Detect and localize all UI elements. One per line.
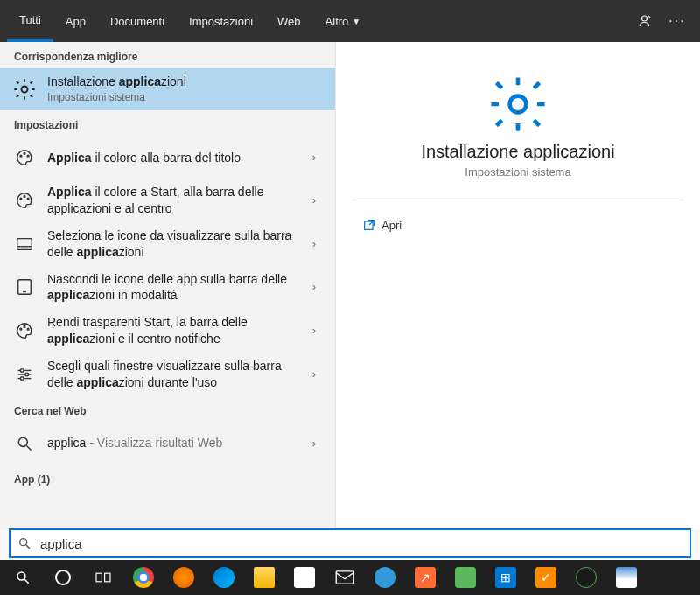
result-setting-windows-taskbar[interactable]: Scegli quali finestre visualizzare sulla…	[0, 353, 335, 396]
result-label: Seleziona le icone da visualizzare sulla…	[47, 228, 304, 261]
svg-point-3	[24, 153, 25, 155]
result-label: Applica il colore alla barra del titolo	[47, 150, 304, 166]
palette-icon	[10, 144, 38, 172]
taskbar-search[interactable]	[4, 560, 42, 595]
tab-apps[interactable]: App	[53, 0, 98, 42]
chevron-right-icon: ›	[304, 281, 325, 293]
svg-point-18	[20, 369, 24, 373]
taskbar-explorer[interactable]	[245, 560, 284, 595]
action-open-label: Apri	[382, 219, 402, 232]
svg-rect-8	[18, 238, 32, 249]
preview-title: Installazione applicazioni	[421, 142, 614, 162]
svg-point-27	[18, 572, 25, 580]
gear-icon-large	[487, 74, 549, 135]
taskbar-mail[interactable]	[326, 560, 364, 595]
search-filter-tabs: Tutti App Documenti Impostazioni Web Alt…	[0, 0, 700, 42]
result-label: Applica il colore a Start, alla barra de…	[47, 184, 304, 217]
result-setting-color-titlebar[interactable]: Applica il colore alla barra del titolo …	[0, 136, 335, 178]
svg-point-21	[18, 438, 27, 446]
svg-rect-31	[336, 571, 354, 584]
taskbar-cortana[interactable]	[44, 560, 82, 595]
svg-rect-30	[105, 573, 110, 582]
svg-rect-29	[96, 573, 102, 582]
chevron-right-icon: ›	[304, 368, 325, 381]
svg-line-22	[27, 445, 32, 450]
taskbar-app-bluesquare[interactable]: ⊞	[486, 560, 525, 595]
section-settings: Impostazioni	[0, 110, 335, 136]
taskbar-app-blue[interactable]	[366, 560, 404, 595]
tab-all[interactable]: Tutti	[7, 0, 53, 42]
svg-point-4	[27, 155, 29, 157]
taskbar-chrome[interactable]	[124, 560, 163, 595]
result-web-search[interactable]: applica - Visualizza risultati Web ›	[0, 423, 335, 465]
tab-documents[interactable]: Documenti	[98, 0, 177, 42]
svg-point-12	[20, 328, 22, 330]
svg-point-20	[20, 377, 24, 381]
search-input-container	[9, 528, 691, 558]
svg-point-7	[27, 198, 29, 200]
section-best-match: Corrispondenza migliore	[0, 42, 335, 68]
settings-sliders-icon	[10, 360, 38, 388]
palette-icon	[10, 186, 38, 214]
result-label: Rendi trasparenti Start, la barra delle …	[47, 314, 304, 347]
section-web: Cerca nel Web	[0, 396, 335, 423]
svg-point-2	[20, 155, 22, 157]
taskbar-store[interactable]	[285, 560, 324, 595]
search-icon	[18, 536, 35, 550]
feedback-icon[interactable]	[630, 0, 662, 42]
section-apps: App (1)	[0, 465, 335, 491]
chevron-right-icon: ›	[304, 325, 325, 337]
svg-line-26	[26, 545, 30, 549]
taskbar-icon	[10, 230, 38, 258]
svg-point-19	[25, 373, 29, 376]
preview-subtitle: Impostazioni sistema	[465, 165, 570, 178]
taskbar-taskview[interactable]	[84, 560, 122, 595]
tab-web[interactable]: Web	[265, 0, 313, 42]
search-icon	[10, 430, 38, 458]
tab-more-label: Altro	[326, 15, 349, 28]
taskbar-app-globe[interactable]	[567, 560, 606, 595]
chevron-down-icon: ▼	[352, 17, 360, 26]
svg-line-28	[24, 579, 29, 584]
open-icon	[357, 218, 382, 232]
tab-settings[interactable]: Impostazioni	[177, 0, 265, 42]
result-setting-hide-icons[interactable]: Nascondi le icone delle app sulla barra …	[0, 266, 335, 310]
result-setting-select-icons[interactable]: Seleziona le icone da visualizzare sulla…	[0, 222, 335, 266]
tab-more[interactable]: Altro ▼	[313, 0, 374, 42]
taskbar-app-orange[interactable]: ↗	[406, 560, 444, 595]
result-best-text: Installazione applicazioni Impostazioni …	[47, 74, 325, 104]
svg-point-6	[24, 195, 25, 197]
palette-icon	[10, 317, 38, 345]
chevron-right-icon: ›	[304, 438, 325, 450]
preview-pane: Installazione applicazioni Impostazioni …	[336, 42, 700, 529]
taskbar: ↗ ⊞ ✓	[0, 560, 700, 595]
more-options-icon[interactable]: ···	[662, 0, 693, 42]
chevron-right-icon: ›	[304, 151, 325, 164]
svg-point-13	[24, 326, 25, 328]
svg-point-1	[22, 87, 28, 93]
result-best-match[interactable]: Installazione applicazioni Impostazioni …	[0, 68, 335, 110]
taskbar-app-check[interactable]: ✓	[527, 560, 565, 595]
chevron-right-icon: ›	[304, 194, 325, 206]
taskbar-firefox[interactable]	[164, 560, 203, 595]
svg-point-5	[20, 198, 22, 200]
tablet-icon	[10, 273, 38, 301]
svg-point-25	[20, 539, 27, 546]
svg-point-14	[27, 328, 29, 330]
search-results-list: Corrispondenza migliore Installazione ap…	[0, 42, 336, 529]
action-open[interactable]: Apri	[352, 211, 684, 239]
search-input[interactable]	[35, 536, 682, 551]
result-label: Scegli quali finestre visualizzare sulla…	[47, 358, 304, 391]
result-setting-color-start[interactable]: Applica il colore a Start, alla barra de…	[0, 178, 335, 222]
result-label: Nascondi le icone delle app sulla barra …	[47, 271, 304, 304]
result-label: applica - Visualizza risultati Web	[47, 435, 304, 452]
result-setting-transparent[interactable]: Rendi trasparenti Start, la barra delle …	[0, 309, 335, 353]
taskbar-edge[interactable]	[205, 560, 243, 595]
gear-icon	[10, 75, 38, 103]
chevron-right-icon: ›	[304, 238, 325, 250]
taskbar-app-image[interactable]	[607, 560, 646, 595]
taskbar-app-green[interactable]	[446, 560, 485, 595]
svg-point-23	[510, 96, 527, 113]
svg-point-0	[642, 16, 648, 21]
